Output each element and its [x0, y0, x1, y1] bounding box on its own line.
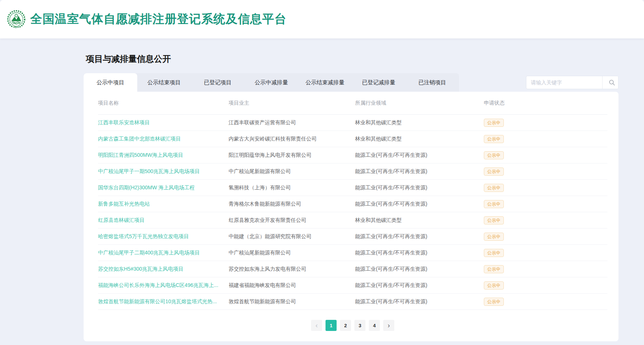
project-owner: 氢溯科技（上海）有限公司 — [229, 185, 355, 191]
tab-projects-publicity-ended[interactable]: 公示结束项目 — [137, 73, 191, 92]
search-icon — [609, 80, 615, 86]
project-owner: 中广核汕尾新能源有限公司 — [229, 168, 355, 175]
project-link[interactable]: 苏交控如东H5#300兆瓦海上风电项目 — [98, 266, 183, 272]
project-industry: 能源工业(可再生/不可再生资源) — [355, 233, 484, 240]
status-badge: 公示中 — [484, 249, 504, 257]
status-badge: 公示中 — [484, 168, 504, 176]
project-link[interactable]: 红原县造林碳汇项目 — [98, 217, 145, 223]
tab-row: 公示中项目 公示结束项目 已登记项目 公示中减排量 公示结束减排量 已登记减排量… — [84, 73, 618, 92]
project-link[interactable]: 中广核汕尾甲子一期500兆瓦海上风电场项目 — [98, 168, 200, 174]
main-content: 项目与减排量信息公开 公示中项目 公示结束项目 已登记项目 公示中减排量 公示结… — [84, 38, 618, 341]
table-row: 哈密熔盐塔式5万千瓦光热独立发电项目 中能建（北京）能源研究院有限公司 能源工业… — [98, 229, 607, 245]
table-header-row: 项目名称 项目业主 所属行业领域 申请状态 — [98, 92, 607, 115]
project-industry: 能源工业(可再生/不可再生资源) — [355, 201, 484, 207]
project-industry: 林业和其他碳汇类型 — [355, 119, 484, 126]
project-industry: 能源工业(可再生/不可再生资源) — [355, 282, 484, 289]
tab-projects-in-publicity[interactable]: 公示中项目 — [84, 73, 137, 92]
mee-logo-icon: MEE — [7, 10, 26, 29]
project-link[interactable]: 国华东台四期(H2)300MW 海上风电场工程 — [98, 185, 195, 190]
project-industry: 能源工业(可再生/不可再生资源) — [355, 168, 484, 175]
pagination: ‹ 1 2 3 4 › — [98, 320, 607, 331]
project-owner: 苏交控如东海上风力发电有限公司 — [229, 266, 355, 273]
project-link[interactable]: 新鲁多能互补光热电站 — [98, 201, 150, 207]
table-row: 福能海峡公司长乐外海海上风电场C区496兆瓦海上... 福建省福能海峡发电有限公… — [98, 277, 607, 294]
project-owner: 敦煌首航节能新能源有限公司 — [229, 298, 355, 305]
table-row: 新鲁多能互补光热电站 青海格尔木鲁能新能源有限公司 能源工业(可再生/不可再生资… — [98, 196, 607, 212]
tab-projects-cancelled[interactable]: 已注销项目 — [405, 73, 459, 92]
search-box — [526, 76, 618, 89]
project-owner: 青海格尔木鲁能新能源有限公司 — [229, 201, 355, 207]
pagination-page-3[interactable]: 3 — [354, 320, 365, 331]
col-header-project-name: 项目名称 — [98, 100, 229, 106]
project-link[interactable]: 敦煌首航节能新能源有限公司10兆瓦熔盐塔式光热... — [98, 298, 217, 304]
table-row: 内蒙古森工集团中北部造林碳汇项目 内蒙古大兴安岭碳汇科技有限责任公司 林业和其他… — [98, 131, 607, 147]
pagination-page-2[interactable]: 2 — [340, 320, 351, 331]
page-title: 项目与减排量信息公开 — [86, 38, 618, 65]
project-industry: 林业和其他碳汇类型 — [355, 217, 484, 224]
table-row: 国华东台四期(H2)300MW 海上风电场工程 氢溯科技（上海）有限公司 能源工… — [98, 180, 607, 196]
logo-text: MEE — [13, 26, 19, 28]
search-input[interactable] — [526, 76, 602, 89]
project-owner: 红原县雅克农业开发有限责任公司 — [229, 217, 355, 224]
status-badge: 公示中 — [484, 265, 504, 273]
status-badge: 公示中 — [484, 233, 504, 241]
table-panel: 项目名称 项目业主 所属行业领域 申请状态 江西丰联乐安造林项目 江西丰联碳资产… — [84, 92, 618, 341]
status-badge: 公示中 — [484, 151, 504, 159]
project-link[interactable]: 哈密熔盐塔式5万千瓦光热独立发电项目 — [98, 233, 189, 239]
status-badge: 公示中 — [484, 216, 504, 224]
project-owner: 内蒙古大兴安岭碳汇科技有限责任公司 — [229, 136, 355, 142]
tab-bar: 公示中项目 公示结束项目 已登记项目 公示中减排量 公示结束减排量 已登记减排量… — [84, 73, 459, 92]
status-badge: 公示中 — [484, 281, 504, 290]
project-industry: 能源工业(可再生/不可再生资源) — [355, 266, 484, 273]
status-badge: 公示中 — [484, 184, 504, 192]
col-header-industry: 所属行业领域 — [355, 100, 484, 106]
table-row: 江西丰联乐安造林项目 江西丰联碳资产运营有限公司 林业和其他碳汇类型 公示中 — [98, 115, 607, 131]
top-header: MEE 全国温室气体自愿减排注册登记系统及信息平台 — [0, 0, 644, 38]
status-badge: 公示中 — [484, 298, 504, 306]
tab-reductions-registered[interactable]: 已登记减排量 — [352, 73, 405, 92]
table-row: 红原县造林碳汇项目 红原县雅克农业开发有限责任公司 林业和其他碳汇类型 公示中 — [98, 212, 607, 229]
project-industry: 林业和其他碳汇类型 — [355, 136, 484, 142]
table-row: 明阳阳江青洲四500MW海上风电项目 阳江明阳蕴华海上风电开发有限公司 能源工业… — [98, 147, 607, 163]
table-row: 敦煌首航节能新能源有限公司10兆瓦熔盐塔式光热... 敦煌首航节能新能源有限公司… — [98, 294, 607, 310]
project-industry: 能源工业(可再生/不可再生资源) — [355, 185, 484, 191]
project-owner: 中能建（北京）能源研究院有限公司 — [229, 233, 355, 240]
project-industry: 能源工业(可再生/不可再生资源) — [355, 250, 484, 256]
table-row: 中广核汕尾甲子二期400兆瓦海上风电场项目 中广核汕尾新能源有限公司 能源工业(… — [98, 245, 607, 261]
project-link[interactable]: 中广核汕尾甲子二期400兆瓦海上风电场项目 — [98, 250, 200, 256]
pagination-page-4[interactable]: 4 — [369, 320, 380, 331]
search-button[interactable] — [602, 76, 618, 89]
status-badge: 公示中 — [484, 119, 504, 127]
project-owner: 福建省福能海峡发电有限公司 — [229, 282, 355, 289]
project-link[interactable]: 内蒙古森工集团中北部造林碳汇项目 — [98, 136, 181, 142]
project-link[interactable]: 明阳阳江青洲四500MW海上风电项目 — [98, 152, 183, 158]
pagination-next-icon[interactable]: › — [383, 320, 394, 331]
project-link[interactable]: 福能海峡公司长乐外海海上风电场C区496兆瓦海上... — [98, 282, 218, 288]
project-owner: 中广核汕尾新能源有限公司 — [229, 250, 355, 256]
project-owner: 阳江明阳蕴华海上风电开发有限公司 — [229, 152, 355, 159]
project-link[interactable]: 江西丰联乐安造林项目 — [98, 119, 150, 125]
col-header-status: 申请状态 — [484, 100, 607, 106]
project-industry: 能源工业(可再生/不可再生资源) — [355, 298, 484, 305]
tab-projects-registered[interactable]: 已登记项目 — [191, 73, 245, 92]
status-badge: 公示中 — [484, 135, 504, 143]
table-row: 苏交控如东H5#300兆瓦海上风电项目 苏交控如东海上风力发电有限公司 能源工业… — [98, 261, 607, 277]
pagination-prev-icon[interactable]: ‹ — [311, 320, 322, 331]
pagination-page-1[interactable]: 1 — [326, 320, 337, 331]
tab-reductions-in-publicity[interactable]: 公示中减排量 — [245, 73, 298, 92]
project-owner: 江西丰联碳资产运营有限公司 — [229, 119, 355, 126]
col-header-project-owner: 项目业主 — [229, 100, 355, 106]
site-title: 全国温室气体自愿减排注册登记系统及信息平台 — [30, 11, 287, 27]
tab-reductions-publicity-ended[interactable]: 公示结束减排量 — [298, 73, 352, 92]
status-badge: 公示中 — [484, 200, 504, 208]
table-row: 中广核汕尾甲子一期500兆瓦海上风电场项目 中广核汕尾新能源有限公司 能源工业(… — [98, 163, 607, 180]
project-industry: 能源工业(可再生/不可再生资源) — [355, 152, 484, 159]
